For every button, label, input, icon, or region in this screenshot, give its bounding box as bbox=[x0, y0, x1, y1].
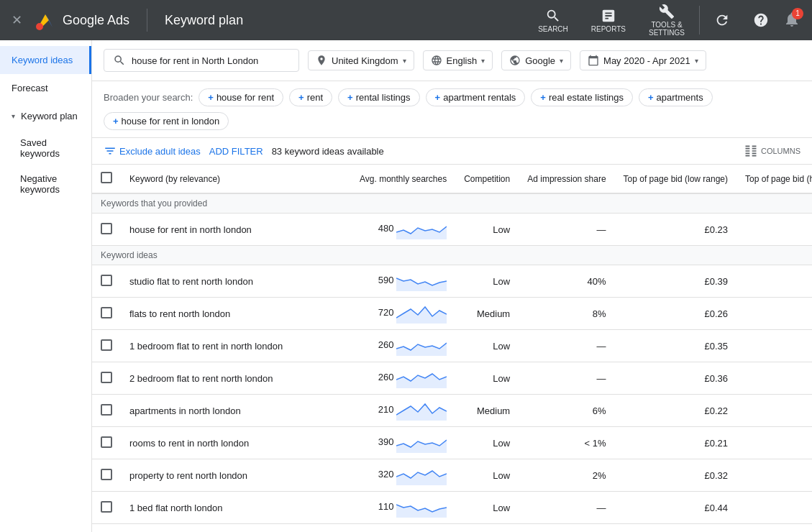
location-filter[interactable]: United Kingdom ▾ bbox=[308, 50, 414, 70]
row-competition: Low bbox=[455, 459, 519, 492]
row-competition: Low bbox=[455, 330, 519, 362]
row-checkbox[interactable] bbox=[92, 459, 121, 492]
row-checkbox[interactable] bbox=[92, 427, 121, 459]
row-keyword: 2 bedroom flat to rent north london bbox=[121, 362, 351, 395]
section-ideas: Keyword ideas bbox=[92, 246, 812, 265]
row-ad-impression: < 1% bbox=[519, 427, 614, 459]
row-keyword: studio flat to rent north london bbox=[121, 265, 351, 298]
search-nav-button[interactable]: SEARCH bbox=[529, 5, 577, 36]
filter-bar: Exclude adult ideas ADD FILTER 83 keywor… bbox=[92, 138, 812, 165]
select-all-checkbox[interactable] bbox=[101, 172, 112, 183]
notifications-button[interactable]: 1 bbox=[783, 11, 800, 30]
broaden-label: Broaden your search: bbox=[104, 92, 193, 103]
broaden-chip-4[interactable]: + real estate listings bbox=[531, 88, 633, 106]
reports-nav-label: REPORTS bbox=[591, 25, 626, 33]
row-bid-high: £1.05 bbox=[736, 459, 812, 492]
page-title: Keyword plan bbox=[165, 13, 243, 28]
sidebar-item-keyword-ideas[interactable]: Keyword ideas bbox=[0, 46, 91, 74]
row-keyword: flats to rent north london bbox=[121, 298, 351, 330]
header-separator bbox=[699, 6, 700, 35]
broaden-chip-1[interactable]: + rent bbox=[289, 88, 332, 106]
header-avg-monthly-col[interactable]: Avg. monthly searches bbox=[351, 165, 455, 193]
row-avg-monthly: 390 bbox=[351, 427, 455, 459]
row-competition: Medium bbox=[455, 395, 519, 427]
sidebar-item-forecast[interactable]: Forecast bbox=[0, 74, 91, 102]
row-bid-low: £0.39 bbox=[615, 265, 736, 298]
header-checkbox-col bbox=[92, 165, 121, 193]
sidebar-item-negative-keywords[interactable]: Negative keywords bbox=[0, 166, 91, 202]
row-bid-low: £0.21 bbox=[615, 427, 736, 459]
language-filter[interactable]: English ▾ bbox=[423, 50, 493, 70]
location-icon bbox=[316, 55, 327, 66]
broaden-chip-6[interactable]: + house for rent in london bbox=[104, 112, 229, 130]
table-header-row: Keyword (by relevance) Avg. monthly sear… bbox=[92, 165, 812, 193]
row-competition: Medium bbox=[455, 298, 519, 330]
svg-marker-10 bbox=[396, 471, 447, 485]
reports-icon bbox=[601, 8, 616, 24]
row-checkbox[interactable] bbox=[92, 265, 121, 298]
header-keyword-col[interactable]: Keyword (by relevance) bbox=[121, 165, 351, 193]
row-checkbox[interactable] bbox=[92, 298, 121, 330]
header-bid-high-col[interactable]: Top of page bid (high range) bbox=[736, 165, 812, 193]
row-competition: Low bbox=[455, 362, 519, 395]
forecast-label: Forecast bbox=[12, 83, 48, 93]
app-name-label: Google Ads bbox=[63, 13, 129, 28]
broaden-chip-2[interactable]: + rental listings bbox=[338, 88, 419, 106]
close-button[interactable]: ✕ bbox=[12, 12, 22, 28]
row-ad-impression: 2% bbox=[519, 459, 614, 492]
svg-point-2 bbox=[36, 23, 43, 30]
app-logo: Google Ads bbox=[34, 9, 129, 32]
broaden-chip-label-5: apartments bbox=[657, 92, 703, 103]
broaden-chip-0[interactable]: + house for rent bbox=[199, 88, 283, 106]
exclude-adult-label: Exclude adult ideas bbox=[119, 146, 201, 157]
row-bid-low: £0.32 bbox=[615, 459, 736, 492]
network-filter[interactable]: Google ▾ bbox=[501, 50, 571, 70]
broaden-chip-label-6: house for rent in london bbox=[122, 116, 220, 127]
row-bid-high: £1.46 bbox=[736, 265, 812, 298]
language-chevron-icon: ▾ bbox=[481, 57, 485, 65]
refresh-button[interactable] bbox=[706, 9, 739, 31]
search-box[interactable] bbox=[104, 49, 299, 72]
row-checkbox[interactable] bbox=[92, 330, 121, 362]
broaden-chip-5[interactable]: + apartments bbox=[639, 88, 713, 106]
broaden-chip-3[interactable]: + apartment rentals bbox=[426, 88, 526, 106]
date-range-label: May 2020 - Apr 2021 bbox=[603, 55, 690, 66]
row-bid-high: £0.80 bbox=[736, 395, 812, 427]
add-filter-button[interactable]: ADD FILTER bbox=[209, 146, 263, 157]
row-bid-low: £0.36 bbox=[615, 362, 736, 395]
header-divider bbox=[147, 9, 147, 32]
columns-button[interactable]: COLUMNS bbox=[744, 144, 800, 158]
keywords-table-container: Keyword (by relevance) Avg. monthly sear… bbox=[92, 165, 812, 532]
svg-marker-4 bbox=[396, 278, 447, 291]
help-icon bbox=[753, 12, 769, 28]
header-bid-low-col[interactable]: Top of page bid (low range) bbox=[615, 165, 736, 193]
table-row: studio flat to rent north london 590 Low… bbox=[92, 265, 812, 298]
search-nav-label: SEARCH bbox=[538, 25, 568, 33]
exclude-adult-button[interactable]: Exclude adult ideas bbox=[104, 145, 201, 157]
row-checkbox[interactable] bbox=[92, 492, 121, 524]
row-checkbox[interactable] bbox=[92, 362, 121, 395]
sidebar-item-keyword-plan[interactable]: ▾ Keyword plan bbox=[0, 102, 91, 130]
table-row: 2 bedroom flat to rent north london 260 … bbox=[92, 362, 812, 395]
negative-keywords-label: Negative keywords bbox=[20, 173, 60, 195]
sidebar-item-saved-keywords[interactable]: Saved keywords bbox=[0, 130, 91, 166]
app-header: ✕ Google Ads Keyword plan SEARCH REPORTS… bbox=[0, 0, 812, 40]
help-button[interactable] bbox=[744, 9, 777, 31]
row-keyword: house for rent in north london bbox=[121, 214, 351, 246]
row-checkbox[interactable] bbox=[92, 395, 121, 427]
tools-nav-button[interactable]: TOOLS & SETTINGS bbox=[640, 1, 693, 40]
header-competition-col[interactable]: Competition bbox=[455, 165, 519, 193]
search-icon bbox=[545, 8, 561, 24]
columns-icon bbox=[744, 144, 758, 158]
row-keyword: 1 bed flat north london bbox=[121, 492, 351, 524]
row-checkbox[interactable] bbox=[92, 524, 121, 533]
row-checkbox[interactable] bbox=[92, 214, 121, 246]
tools-nav-label: TOOLS & SETTINGS bbox=[649, 21, 685, 37]
header-ad-impression-col[interactable]: Ad impression share bbox=[519, 165, 614, 193]
svg-marker-5 bbox=[396, 307, 447, 324]
filter-funnel-icon bbox=[104, 145, 117, 157]
reports-nav-button[interactable]: REPORTS bbox=[583, 5, 634, 36]
search-input[interactable] bbox=[132, 55, 290, 66]
date-range-filter[interactable]: May 2020 - Apr 2021 ▾ bbox=[580, 50, 706, 70]
row-avg-monthly: 110 bbox=[351, 492, 455, 524]
